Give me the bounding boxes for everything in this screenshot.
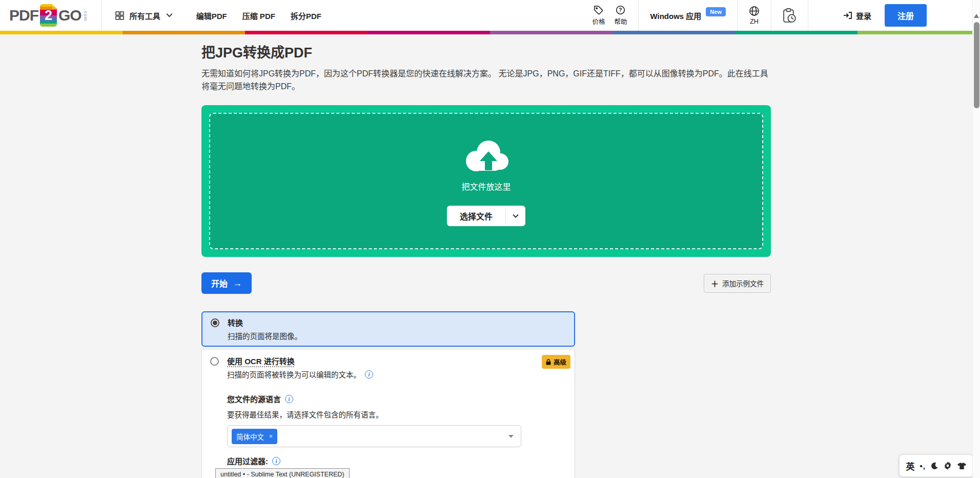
language-tag: 简体中文 × [232, 429, 277, 444]
ime-toolbar[interactable]: 英 •, [899, 454, 974, 477]
chevron-down-icon [166, 13, 173, 17]
svg-text:?: ? [619, 7, 622, 13]
info-icon[interactable]: i [285, 395, 293, 403]
price-tag-icon [594, 5, 603, 15]
windows-app-link[interactable]: Windows 应用 New [650, 10, 725, 21]
ocr-settings-card: 高级 使用 OCR 进行转换 扫描的页面将被转换为可以编辑的文本。 i 您文件的… [201, 349, 575, 478]
nav-divider [101, 0, 102, 31]
page-fold-decoration [52, 4, 57, 9]
nav-item-compress-pdf[interactable]: 压缩 PDF [242, 10, 275, 21]
info-icon[interactable]: i [272, 457, 280, 465]
chevron-down-icon [512, 214, 519, 218]
shirt-icon[interactable] [957, 462, 967, 470]
upload-dropzone[interactable]: 把文件放这里 选择文件 [201, 105, 771, 257]
stripe-segment [122, 31, 245, 34]
grid-icon [115, 11, 124, 20]
login-label: 登录 [856, 10, 871, 21]
new-badge: New [706, 7, 726, 16]
info-icon[interactable]: i [365, 370, 373, 379]
all-tools-label: 所有工具 [130, 10, 160, 21]
option-ocr-texts: 使用 OCR 进行转换 扫描的页面将被转换为可以编辑的文本。 i [227, 355, 373, 380]
nav-divider [737, 0, 738, 31]
question-circle-icon: ? [616, 5, 625, 15]
lock-icon [546, 359, 551, 365]
logo-rainbow-badge: 2 [40, 4, 57, 27]
stripe-segment [245, 31, 368, 34]
option-ocr[interactable]: 使用 OCR 进行转换 扫描的页面将被转换为可以编辑的文本。 i [210, 355, 566, 380]
cloud-upload-icon [461, 136, 512, 175]
choose-file-label: 选择文件 [447, 210, 505, 222]
remove-tag-icon[interactable]: × [269, 433, 273, 440]
option-ocr-title: 使用 OCR 进行转换 [227, 355, 373, 366]
scrollbar-thumb[interactable] [974, 22, 979, 108]
help-label: 帮助 [614, 16, 627, 26]
taskbar-tooltip: untitled • - Sublime Text (UNREGISTERED) [215, 468, 350, 478]
upload-dropzone-inner[interactable]: 把文件放这里 选择文件 [209, 113, 763, 249]
logo-text-go: GO [58, 7, 81, 24]
ime-punctuation[interactable]: •, [920, 462, 926, 470]
moon-icon[interactable] [931, 462, 938, 470]
drop-files-label: 把文件放这里 [461, 180, 511, 192]
source-language-label: 您文件的源语言 [227, 393, 281, 404]
logo-text-com: .com [83, 9, 88, 22]
stripe-segment [735, 31, 858, 34]
add-example-file-button[interactable]: ＋ 添加示例文件 [704, 274, 771, 293]
filter-label-row: 应用过滤器: i [227, 455, 566, 466]
option-ocr-subtitle: 扫描的页面将被转换为可以编辑的文本。 [227, 369, 361, 380]
choose-file-dropdown[interactable] [506, 214, 525, 218]
navbar-left: PDF 2 GO .com 所有工具 编辑PDF 压缩 PDF 拆分PDF [9, 0, 321, 31]
radio-convert-checked[interactable] [211, 318, 219, 327]
nav-item-split-pdf[interactable]: 拆分PDF [291, 10, 321, 21]
language-section: 您文件的源语言 i 要获得最佳结果，请选择文件包含的所有语言。 简体中文 × 应… [227, 393, 566, 478]
stripe-segment [368, 31, 490, 34]
filter-label: 应用过滤器: [227, 455, 268, 466]
all-tools-menu[interactable]: 所有工具 [115, 10, 173, 21]
pricing-label: 价格 [592, 16, 605, 26]
navbar: PDF 2 GO .com 所有工具 编辑PDF 压缩 PDF 拆分PDF [0, 0, 980, 31]
source-language-hint: 要获得最佳结果，请选择文件包含的所有语言。 [227, 409, 566, 420]
navbar-right: 价格 ? 帮助 Windows 应用 New ZH [592, 0, 927, 31]
nav-divider [808, 0, 808, 31]
main-content: 把JPG转换成PDF 无需知道如何将JPG转换为PDF，因为这个PDF转换器是您… [201, 45, 771, 478]
add-example-label: 添加示例文件 [722, 278, 764, 288]
choose-file-button[interactable]: 选择文件 [447, 206, 525, 226]
login-link[interactable]: 登录 [843, 10, 871, 21]
source-language-label-row: 您文件的源语言 i [227, 393, 566, 404]
stripe-segment [612, 31, 735, 34]
stripe-segment [858, 31, 980, 34]
caret-down-icon [508, 435, 514, 438]
rainbow-stripe [0, 31, 980, 34]
logo[interactable]: PDF 2 GO .com [9, 4, 88, 27]
recent-files-button[interactable] [783, 8, 797, 23]
page-description: 无需知道如何将JPG转换为PDF，因为这个PDF转换器是您的快速在线解决方案。 … [201, 67, 771, 93]
option-convert[interactable]: 转换 扫描的页面将是图像。 [201, 311, 575, 347]
nav-divider [638, 0, 639, 31]
scroll-up-arrow[interactable] [974, 14, 979, 18]
stripe-segment [490, 31, 612, 34]
premium-badge-label: 高级 [554, 357, 566, 367]
plus-icon: ＋ [711, 278, 719, 289]
globe-icon [749, 6, 760, 16]
stripe-segment [0, 31, 122, 34]
ime-language-mode[interactable]: 英 [906, 460, 915, 472]
scrollbar[interactable] [972, 0, 980, 478]
help-link[interactable]: ? 帮助 [614, 5, 627, 26]
windows-app-label: Windows 应用 [650, 10, 701, 21]
radio-ocr-unchecked[interactable] [210, 357, 219, 366]
login-arrow-icon [843, 11, 852, 20]
start-button[interactable]: 开始 → [201, 272, 252, 294]
actions-row: 开始 → ＋ 添加示例文件 [201, 272, 771, 294]
start-label: 开始 [211, 277, 228, 289]
logo-text-two: 2 [45, 8, 52, 24]
nav-item-edit-pdf[interactable]: 编辑PDF [196, 10, 227, 21]
language-selector[interactable]: ZH [749, 6, 760, 25]
option-convert-texts: 转换 扫描的页面将是图像。 [228, 317, 302, 341]
language-code-label: ZH [750, 18, 759, 25]
source-language-select[interactable]: 简体中文 × [227, 425, 521, 447]
option-convert-title: 转换 [228, 317, 302, 328]
gear-icon[interactable] [944, 462, 952, 470]
register-button[interactable]: 注册 [885, 4, 927, 27]
pricing-link[interactable]: 价格 [592, 5, 605, 26]
nav-menu: 编辑PDF 压缩 PDF 拆分PDF [196, 10, 321, 21]
page-title: 把JPG转换成PDF [201, 45, 771, 61]
